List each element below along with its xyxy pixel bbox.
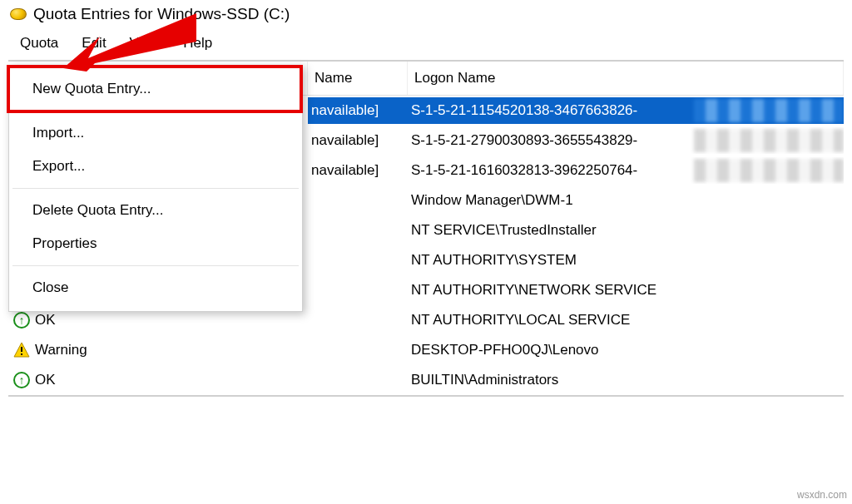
menu-item-properties[interactable]: Properties [9, 227, 302, 260]
logon-text: NT AUTHORITY\NETWORK SERVICE [411, 282, 656, 298]
app-icon [10, 8, 27, 20]
column-header-logon[interactable]: Logon Name [408, 62, 844, 95]
menu-item-new-quota-entry[interactable]: New Quota Entry... [9, 72, 302, 106]
cell-name: navailable] [308, 127, 408, 154]
cell-name [308, 315, 408, 325]
cell-logon: S-1-5-21-1154520138-3467663826- [408, 97, 844, 124]
menu-item-delete-quota-entry[interactable]: Delete Quota Entry... [9, 194, 302, 227]
cell-logon: Window Manager\DWM-1 [408, 187, 844, 214]
cell-name: navailable] [308, 157, 408, 184]
menu-separator [12, 188, 299, 189]
cell-name [308, 195, 408, 205]
title-bar: Quota Entries for Windows-SSD (C:) [0, 0, 852, 27]
cell-status: OK [8, 312, 308, 329]
logon-text: NT AUTHORITY\LOCAL SERVICE [411, 312, 630, 328]
status-text: OK [35, 312, 56, 329]
column-header-name[interactable]: Name [308, 62, 408, 95]
menu-item-close[interactable]: Close [9, 271, 302, 304]
cell-logon: NT AUTHORITY\SYSTEM [408, 247, 844, 274]
cell-name: navailable] [308, 97, 408, 124]
quota-dropdown: New Quota Entry...Import...Export...Dele… [8, 65, 303, 312]
svg-rect-2 [21, 353, 22, 355]
menu-help[interactable]: Help [171, 32, 224, 55]
menu-quota[interactable]: Quota [8, 32, 70, 55]
logon-text: DESKTOP-PFHO0QJ\Lenovo [411, 342, 599, 358]
status-text: OK [35, 372, 56, 388]
table-row[interactable]: OKBUILTIN\Administrators [8, 365, 844, 395]
cell-name [308, 375, 408, 385]
cell-logon: NT SERVICE\TrustedInstaller [408, 217, 844, 244]
watermark: wsxdn.com [797, 489, 847, 501]
logon-text: Window Manager\DWM-1 [411, 192, 573, 208]
redacted-region [694, 129, 844, 152]
cell-name [308, 345, 408, 355]
menu-view[interactable]: View [118, 32, 172, 55]
cell-name [308, 255, 408, 265]
menu-separator [12, 265, 299, 266]
ok-icon [13, 372, 30, 388]
status-text: Warning [35, 342, 87, 358]
cell-name [308, 285, 408, 295]
cell-logon: DESKTOP-PFHO0QJ\Lenovo [408, 337, 844, 363]
cell-logon: NT AUTHORITY\NETWORK SERVICE [408, 277, 844, 304]
table-row[interactable]: WarningDESKTOP-PFHO0QJ\Lenovo [8, 335, 844, 365]
logon-text: NT SERVICE\TrustedInstaller [411, 222, 597, 238]
menu-edit[interactable]: Edit [70, 32, 117, 55]
cell-logon: BUILTIN\Administrators [408, 367, 844, 393]
menu-bar: Quota Edit View Help [0, 27, 852, 60]
cell-logon: S-1-5-21-2790030893-3655543829- [408, 127, 844, 154]
warning-icon [13, 342, 30, 358]
menu-separator [12, 111, 299, 111]
svg-rect-1 [21, 347, 22, 352]
menu-item-import[interactable]: Import... [9, 116, 302, 150]
cell-status: Warning [8, 342, 308, 358]
logon-text: S-1-5-21-2790030893-3655543829- [411, 132, 637, 148]
redacted-region [694, 159, 844, 182]
cell-name [308, 225, 408, 235]
ok-icon [13, 312, 30, 329]
cell-logon: S-1-5-21-1616032813-3962250764- [408, 157, 844, 184]
cell-logon: NT AUTHORITY\LOCAL SERVICE [408, 307, 844, 334]
menu-item-export[interactable]: Export... [9, 150, 302, 183]
redacted-region [694, 99, 844, 122]
logon-text: NT AUTHORITY\SYSTEM [411, 252, 577, 268]
logon-text: S-1-5-21-1154520138-3467663826- [411, 102, 637, 118]
cell-status: OK [8, 372, 308, 388]
logon-text: BUILTIN\Administrators [411, 372, 558, 388]
window-title: Quota Entries for Windows-SSD (C:) [33, 5, 290, 23]
logon-text: S-1-5-21-1616032813-3962250764- [411, 162, 637, 178]
